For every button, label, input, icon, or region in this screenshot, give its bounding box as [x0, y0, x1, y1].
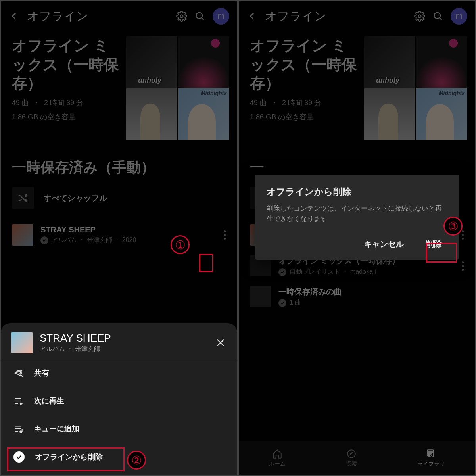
gear-icon[interactable] [176, 11, 187, 22]
gear-icon[interactable] [414, 11, 425, 22]
bottom-nav: ホーム 探索 ライブラリ [239, 441, 475, 475]
artwork-1: unholy [126, 36, 177, 88]
nav-library-label: ライブラリ [417, 461, 445, 468]
mix-header: オフライン ミックス（一時保存） 49 曲 ・ 2 時間 39 分 1.86 G… [1, 29, 237, 144]
nav-explore-label: 探索 [346, 461, 357, 468]
item-meta-text: 自動プレイリスト ・ madoka i [290, 268, 376, 276]
mix-artwork-grid: unholy Midnights [364, 36, 467, 140]
sheet-add-queue[interactable]: キューに追加 [1, 415, 237, 443]
dialog-message: 削除したコンテンツは、インターネットに接続しないと再生できなくなります [267, 203, 447, 224]
back-icon[interactable] [247, 11, 258, 22]
play-next-icon [13, 396, 24, 406]
svg-point-14 [434, 13, 440, 19]
item-title: 一時保存済みの曲 [278, 286, 468, 297]
downloaded-icon [40, 236, 48, 244]
mix-title: オフライン ミックス（一時保存） [250, 36, 360, 93]
queue-icon [13, 424, 24, 434]
svg-line-15 [440, 18, 441, 20]
screen-right: オフライン m オフライン ミックス（一時保存） 49 曲 ・ 2 時間 39 … [239, 1, 475, 475]
item-title: STRAY SHEEP [40, 225, 212, 234]
sheet-header: STRAY SHEEP アルバム ・ 米津玄師 [1, 323, 237, 359]
more-button[interactable] [219, 227, 230, 243]
page-title: オフライン [265, 8, 407, 25]
nav-home-label: ホーム [269, 461, 286, 468]
list-item[interactable]: STRAY SHEEP アルバム ・ 米津玄師 ・ 2020 [1, 219, 237, 250]
mix-duration: 2 時間 39 分 [44, 99, 83, 107]
sheet-title: STRAY SHEEP [40, 332, 207, 344]
highlight-delete-button [426, 243, 457, 263]
dialog-title: オフラインから削除 [267, 186, 447, 198]
mix-artwork-grid: unholy Midnights [126, 36, 229, 140]
page-title: オフライン [27, 8, 169, 25]
artwork-4-label: Midnights [439, 90, 465, 96]
share-icon [13, 368, 24, 378]
svg-point-13 [418, 15, 421, 18]
mix-storage: 1.86 GB の空き容量 [12, 112, 122, 122]
list-item[interactable]: 一時保存済みの曲 1 曲 [239, 281, 475, 312]
cancel-button[interactable]: キャンセル [359, 235, 409, 253]
mix-meta: 49 曲 ・ 2 時間 39 分 [12, 98, 122, 107]
artwork-3 [364, 88, 415, 140]
section-saved-manual: 一時保存済み（手動） [1, 144, 237, 183]
nav-explore[interactable]: 探索 [346, 449, 357, 468]
back-icon[interactable] [9, 11, 20, 22]
nav-home[interactable]: ホーム [269, 449, 286, 468]
artwork-2 [416, 36, 467, 88]
item-meta-text: 1 曲 [290, 299, 301, 307]
svg-point-1 [196, 13, 202, 19]
close-icon[interactable] [214, 336, 227, 349]
svg-line-2 [202, 18, 203, 20]
avatar[interactable]: m [213, 8, 229, 25]
artwork-2 [178, 36, 229, 88]
sheet-thumb [11, 332, 33, 353]
artwork-1-label: unholy [376, 76, 399, 84]
callout-1: ① [171, 235, 190, 254]
svg-marker-19 [350, 453, 353, 455]
callout-3: ③ [443, 217, 463, 236]
sheet-subtitle: アルバム ・ 米津玄師 [40, 345, 207, 353]
artwork-4: Midnights [416, 88, 467, 140]
highlight-more-button [199, 254, 213, 272]
avatar-letter: m [455, 11, 463, 21]
shuffle-icon[interactable] [12, 187, 34, 209]
shuffle-all-label: すべてシャッフル [44, 193, 107, 203]
header: オフライン m [239, 1, 475, 29]
callout-2: ② [127, 451, 146, 470]
mix-songs: 49 曲 [250, 99, 267, 107]
sheet-add-queue-label: キューに追加 [34, 424, 79, 434]
songs-thumb [250, 286, 271, 307]
screen-left: オフライン m オフライン ミックス（一時保存） 49 曲 ・ 2 時間 39 … [1, 1, 237, 475]
avatar[interactable]: m [451, 8, 467, 25]
mix-duration: 2 時間 39 分 [282, 99, 321, 107]
artwork-1: unholy [364, 36, 415, 88]
header: オフライン m [1, 1, 237, 29]
sheet-play-next[interactable]: 次に再生 [1, 387, 237, 415]
item-meta: 自動プレイリスト ・ madoka i [278, 268, 450, 276]
item-meta-text: アルバム ・ 米津玄師 ・ 2020 [52, 236, 136, 244]
artwork-1-label: unholy [138, 76, 161, 84]
avatar-letter: m [217, 11, 225, 21]
shuffle-all-row[interactable]: すべてシャッフル [1, 183, 237, 215]
more-button[interactable] [457, 258, 468, 274]
search-icon[interactable] [194, 11, 205, 22]
sheet-share[interactable]: 共有 [1, 359, 237, 387]
item-meta: 1 曲 [278, 299, 468, 307]
sheet-share-label: 共有 [34, 368, 49, 378]
artwork-4: Midnights [178, 88, 229, 140]
mix-songs: 49 曲 [12, 99, 29, 107]
search-icon[interactable] [432, 11, 443, 22]
sheet-play-next-label: 次に再生 [34, 396, 64, 406]
downloaded-icon [278, 299, 286, 307]
artwork-4-label: Midnights [201, 90, 227, 96]
highlight-remove-offline [7, 447, 125, 471]
mix-storage: 1.86 GB の空き容量 [250, 112, 360, 122]
mix-header: オフライン ミックス（一時保存） 49 曲 ・ 2 時間 39 分 1.86 G… [239, 29, 475, 144]
svg-point-0 [180, 15, 183, 18]
downloaded-icon [278, 268, 286, 276]
artwork-3 [126, 88, 177, 140]
svg-marker-8 [20, 402, 23, 405]
mix-title: オフライン ミックス（一時保存） [12, 36, 122, 93]
album-thumb [12, 224, 33, 246]
mix-meta: 49 曲 ・ 2 時間 39 分 [250, 98, 360, 107]
nav-library[interactable]: ライブラリ [417, 449, 445, 468]
